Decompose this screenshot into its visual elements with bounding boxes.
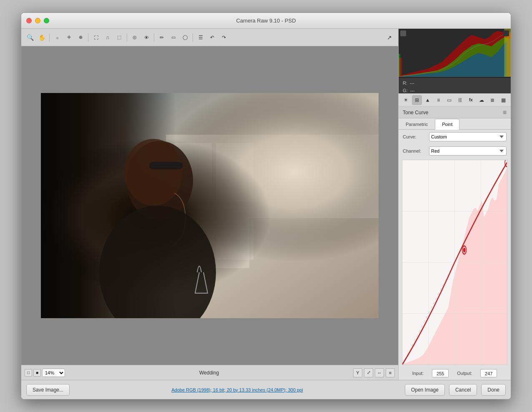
straighten-tool[interactable]: ⎍ <box>102 32 113 43</box>
input-label: Input: <box>412 371 424 376</box>
svg-rect-17 <box>507 33 511 77</box>
io-row: Input: 255 Output: 247 <box>399 367 511 380</box>
brush-tool[interactable]: ✏ <box>156 32 167 43</box>
grad-filter-tool[interactable]: ▭ <box>168 32 179 43</box>
rotate-ccw-tool[interactable]: ↶ <box>207 32 218 43</box>
right-panel: R: --- G: --- B: --- ☀ ⊞ ▲ <box>398 29 511 380</box>
filename-label: Wedding <box>68 370 351 376</box>
fullscreen-btn[interactable]: ⤢ <box>364 368 373 377</box>
compare-btn[interactable]: ↔ <box>375 368 384 377</box>
svg-point-12 <box>124 139 183 206</box>
section-header: Tone Curve ≡ <box>399 107 511 118</box>
curve-label: Curve: <box>403 134 426 139</box>
shadow-clip-indicator[interactable] <box>400 30 406 36</box>
tone-curve-section: Tone Curve ≡ Parametric Point Curve: Lin… <box>399 107 511 380</box>
spot-removal-tool[interactable]: ◎ <box>129 32 140 43</box>
toolbar: 🔍 ✋ ⬦ ✛ ⊕ ⛶ ⎍ ⬚ ◎ 👁 ✏ ▭ ◯ ☰ ↶ ↷ <box>21 29 398 46</box>
highlight-clip-indicator[interactable] <box>503 30 509 36</box>
basic-panel-btn[interactable]: ☀ <box>401 95 411 105</box>
curve-tabs: Parametric Point <box>399 118 511 130</box>
toolbar-right: ↗ <box>384 32 395 43</box>
hsl-panel-btn[interactable]: ≡ <box>434 95 444 105</box>
rotate-cw-tool[interactable]: ↷ <box>218 32 229 43</box>
split-tone-panel-btn[interactable]: ▭ <box>444 95 454 105</box>
curve-select[interactable]: Linear Medium Contrast Strong Contrast C… <box>429 132 507 141</box>
camera-calib-btn[interactable]: ☁ <box>477 95 487 105</box>
cancel-button[interactable]: Cancel <box>449 384 477 396</box>
file-info[interactable]: Adobe RGB (1998); 16 bit; 20 by 13.33 in… <box>74 387 401 392</box>
tab-parametric[interactable]: Parametric <box>399 119 435 130</box>
svg-rect-13 <box>149 162 183 169</box>
panel-tools: ☀ ⊞ ▲ ≡ ▭ ||| fx ☁ ≣ ▦ <box>399 93 511 107</box>
input-value: 255 <box>432 369 449 377</box>
zoom-in-btn[interactable]: ■ <box>33 369 41 377</box>
svg-rect-19 <box>399 54 400 77</box>
status-bar: □ ■ 14% 25% 50% 100% Wedding Y ⤢ ↔ ≡ <box>21 365 398 380</box>
toolbar-separator-4 <box>154 33 154 42</box>
histogram-section: R: --- G: --- B: --- <box>399 29 511 93</box>
image-panel: 🔍 ✋ ⬦ ✛ ⊕ ⛶ ⎍ ⬚ ◎ 👁 ✏ ▭ ◯ ☰ ↶ ↷ <box>21 29 398 380</box>
svg-point-30 <box>463 248 466 253</box>
zoom-out-btn[interactable]: □ <box>25 369 32 377</box>
open-image-button[interactable]: Open Image <box>405 384 445 396</box>
channel-select[interactable]: RGB Red Green Blue <box>429 146 507 156</box>
zoom-tool[interactable]: 🔍 <box>25 32 35 43</box>
histogram-graph <box>399 29 511 77</box>
done-button[interactable]: Done <box>481 384 506 396</box>
r-label: R: <box>403 80 407 87</box>
zoom-select[interactable]: 14% 25% 50% 100% <box>42 369 65 377</box>
zoom-controls: □ ■ 14% 25% 50% 100% <box>25 369 65 377</box>
g-value: --- <box>410 87 415 93</box>
save-image-button[interactable]: Save Image... <box>26 384 70 396</box>
image-viewport <box>21 46 398 365</box>
lens-panel-btn[interactable]: ||| <box>455 95 465 105</box>
curve-dropdown-row: Curve: Linear Medium Contrast Strong Con… <box>399 130 511 144</box>
section-title: Tone Curve <box>403 110 428 116</box>
toolbar-separator-5 <box>193 33 193 42</box>
color-sampler-tool[interactable]: ✛ <box>63 32 74 43</box>
red-eye-tool[interactable]: 👁 <box>141 32 152 43</box>
output-value: 247 <box>480 369 497 377</box>
main-content: 🔍 ✋ ⬦ ✛ ⊕ ⛶ ⎍ ⬚ ◎ 👁 ✏ ▭ ◯ ☰ ↶ ↷ <box>21 29 511 380</box>
toolbar-separator-1 <box>49 33 50 42</box>
export-button[interactable]: ↗ <box>384 32 395 43</box>
tone-curve-panel-btn[interactable]: ⊞ <box>412 95 422 105</box>
snapshots-panel-btn[interactable]: ▦ <box>498 95 508 105</box>
transform-tool[interactable]: ⬚ <box>114 32 125 43</box>
close-button[interactable] <box>26 18 32 23</box>
effects-panel-btn[interactable]: fx <box>466 95 476 105</box>
status-icons: Y ⤢ ↔ ≡ <box>353 368 395 377</box>
histogram-values: R: --- G: --- B: --- <box>399 78 511 93</box>
crop-tool[interactable]: ⛶ <box>90 32 101 43</box>
white-balance-tool[interactable]: ⬦ <box>52 32 63 43</box>
flag-btn[interactable]: Y <box>353 368 362 377</box>
curve-graph[interactable] <box>402 160 507 365</box>
curve-graph-svg <box>402 160 507 364</box>
presets-panel-btn[interactable]: ≣ <box>487 95 497 105</box>
output-label: Output: <box>457 371 472 376</box>
bottom-bar: Save Image... Adobe RGB (1998); 16 bit; … <box>21 380 511 399</box>
g-label: G: <box>403 87 408 93</box>
minimize-button[interactable] <box>35 18 40 23</box>
channel-dropdown-row: Channel: RGB Red Green Blue <box>399 144 511 158</box>
window-title: Camera Raw 9.10 - PSD <box>236 18 296 24</box>
title-bar: Camera Raw 9.10 - PSD <box>21 13 511 29</box>
traffic-lights <box>26 18 49 23</box>
main-window: Camera Raw 9.10 - PSD 🔍 ✋ ⬦ ✛ ⊕ ⛶ ⎍ ⬚ ◎ … <box>21 13 511 399</box>
photo-container <box>41 93 379 318</box>
toolbar-separator-2 <box>88 33 88 42</box>
hand-tool[interactable]: ✋ <box>36 32 47 43</box>
radial-filter-tool[interactable]: ◯ <box>180 32 191 43</box>
channel-label: Channel: <box>403 148 426 153</box>
presets-tool[interactable]: ☰ <box>195 32 206 43</box>
detail-panel-btn[interactable]: ▲ <box>423 95 433 105</box>
section-menu-icon[interactable]: ≡ <box>503 109 507 116</box>
r-value: --- <box>410 80 414 87</box>
photo-image <box>41 93 379 318</box>
settings-btn[interactable]: ≡ <box>386 368 395 377</box>
targeted-adj-tool[interactable]: ⊕ <box>75 32 86 43</box>
maximize-button[interactable] <box>44 18 49 23</box>
tab-point[interactable]: Point <box>435 119 459 130</box>
toolbar-separator-3 <box>127 33 127 42</box>
